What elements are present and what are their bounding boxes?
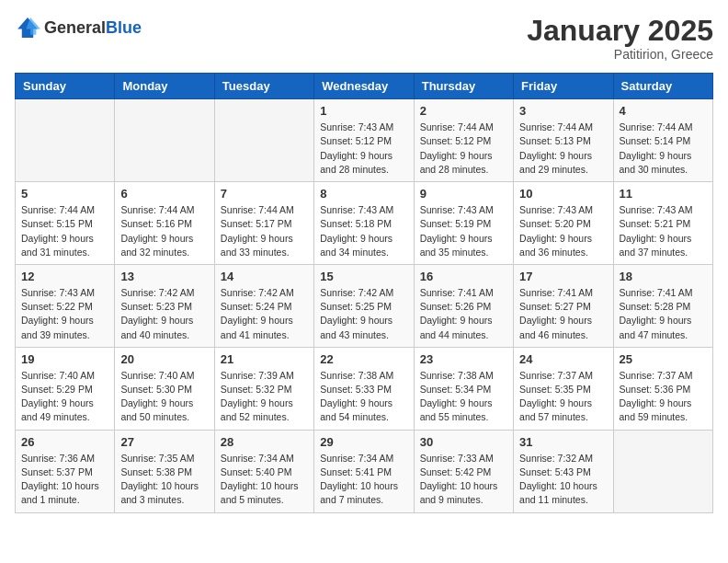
cell-content: Sunrise: 7:38 AM Sunset: 5:33 PM Dayligh… bbox=[320, 369, 407, 425]
day-number: 5 bbox=[21, 187, 108, 201]
calendar-cell: 11Sunrise: 7:43 AM Sunset: 5:21 PM Dayli… bbox=[613, 182, 712, 265]
day-number: 18 bbox=[620, 270, 707, 283]
calendar-cell: 6Sunrise: 7:44 AM Sunset: 5:16 PM Daylig… bbox=[115, 182, 214, 265]
weekday-friday: Friday bbox=[514, 74, 613, 99]
cell-content: Sunrise: 7:41 AM Sunset: 5:26 PM Dayligh… bbox=[420, 286, 507, 342]
cell-content: Sunrise: 7:44 AM Sunset: 5:13 PM Dayligh… bbox=[519, 121, 607, 177]
day-number: 25 bbox=[620, 352, 707, 366]
day-number: 29 bbox=[320, 435, 407, 449]
cell-content: Sunrise: 7:37 AM Sunset: 5:35 PM Dayligh… bbox=[519, 369, 607, 425]
calendar-cell: 28Sunrise: 7:34 AM Sunset: 5:40 PM Dayli… bbox=[214, 430, 313, 512]
month-title: January 2025 bbox=[527, 15, 713, 47]
calendar-cell: 31Sunrise: 7:32 AM Sunset: 5:43 PM Dayli… bbox=[514, 430, 613, 512]
day-number: 10 bbox=[519, 187, 607, 201]
day-number: 12 bbox=[21, 270, 108, 283]
weekday-sunday: Sunday bbox=[16, 74, 115, 99]
cell-content: Sunrise: 7:34 AM Sunset: 5:40 PM Dayligh… bbox=[221, 452, 308, 508]
day-number: 24 bbox=[519, 352, 607, 366]
day-number: 28 bbox=[221, 435, 308, 449]
calendar-body: 1Sunrise: 7:43 AM Sunset: 5:12 PM Daylig… bbox=[16, 99, 713, 512]
cell-content: Sunrise: 7:32 AM Sunset: 5:43 PM Dayligh… bbox=[519, 452, 607, 508]
day-number: 23 bbox=[420, 352, 507, 366]
cell-content: Sunrise: 7:43 AM Sunset: 5:18 PM Dayligh… bbox=[320, 203, 407, 259]
weekday-thursday: Thursday bbox=[414, 74, 513, 99]
calendar-cell: 30Sunrise: 7:33 AM Sunset: 5:42 PM Dayli… bbox=[414, 430, 513, 512]
calendar-cell: 29Sunrise: 7:34 AM Sunset: 5:41 PM Dayli… bbox=[314, 430, 414, 512]
calendar-header: SundayMondayTuesdayWednesdayThursdayFrid… bbox=[16, 74, 713, 99]
day-number: 2 bbox=[420, 104, 507, 118]
calendar-cell: 12Sunrise: 7:43 AM Sunset: 5:22 PM Dayli… bbox=[16, 264, 115, 347]
calendar: SundayMondayTuesdayWednesdayThursdayFrid… bbox=[15, 73, 713, 512]
cell-content: Sunrise: 7:36 AM Sunset: 5:37 PM Dayligh… bbox=[21, 452, 108, 508]
cell-content: Sunrise: 7:44 AM Sunset: 5:16 PM Dayligh… bbox=[120, 203, 208, 259]
cell-content: Sunrise: 7:44 AM Sunset: 5:12 PM Dayligh… bbox=[420, 121, 507, 177]
day-number: 6 bbox=[120, 187, 208, 201]
day-number: 15 bbox=[320, 270, 407, 283]
day-number: 20 bbox=[120, 352, 208, 366]
week-row-3: 12Sunrise: 7:43 AM Sunset: 5:22 PM Dayli… bbox=[16, 264, 713, 347]
cell-content: Sunrise: 7:44 AM Sunset: 5:14 PM Dayligh… bbox=[620, 121, 707, 177]
cell-content: Sunrise: 7:43 AM Sunset: 5:19 PM Dayligh… bbox=[420, 203, 507, 259]
day-number: 9 bbox=[420, 187, 507, 201]
title-area: January 2025 Patitirion, Greece bbox=[527, 15, 713, 62]
calendar-cell: 13Sunrise: 7:42 AM Sunset: 5:23 PM Dayli… bbox=[115, 264, 214, 347]
calendar-cell: 22Sunrise: 7:38 AM Sunset: 5:33 PM Dayli… bbox=[314, 347, 414, 430]
weekday-monday: Monday bbox=[115, 74, 214, 99]
day-number: 16 bbox=[420, 270, 507, 283]
calendar-cell: 7Sunrise: 7:44 AM Sunset: 5:17 PM Daylig… bbox=[214, 182, 313, 265]
calendar-cell: 16Sunrise: 7:41 AM Sunset: 5:26 PM Dayli… bbox=[414, 264, 513, 347]
cell-content: Sunrise: 7:38 AM Sunset: 5:34 PM Dayligh… bbox=[420, 369, 507, 425]
cell-content: Sunrise: 7:43 AM Sunset: 5:12 PM Dayligh… bbox=[320, 121, 407, 177]
day-number: 30 bbox=[420, 435, 507, 449]
cell-content: Sunrise: 7:42 AM Sunset: 5:23 PM Dayligh… bbox=[120, 286, 208, 342]
day-number: 7 bbox=[221, 187, 308, 201]
calendar-cell bbox=[214, 99, 313, 182]
page-header: GeneralBlue January 2025 Patitirion, Gre… bbox=[15, 15, 713, 62]
location: Patitirion, Greece bbox=[527, 47, 713, 62]
calendar-cell: 17Sunrise: 7:41 AM Sunset: 5:27 PM Dayli… bbox=[514, 264, 613, 347]
calendar-cell: 8Sunrise: 7:43 AM Sunset: 5:18 PM Daylig… bbox=[314, 182, 414, 265]
week-row-4: 19Sunrise: 7:40 AM Sunset: 5:29 PM Dayli… bbox=[16, 347, 713, 430]
calendar-cell: 10Sunrise: 7:43 AM Sunset: 5:20 PM Dayli… bbox=[514, 182, 613, 265]
calendar-cell: 14Sunrise: 7:42 AM Sunset: 5:24 PM Dayli… bbox=[214, 264, 313, 347]
calendar-cell bbox=[115, 99, 214, 182]
cell-content: Sunrise: 7:43 AM Sunset: 5:22 PM Dayligh… bbox=[21, 286, 108, 342]
day-number: 14 bbox=[221, 270, 308, 283]
calendar-cell: 26Sunrise: 7:36 AM Sunset: 5:37 PM Dayli… bbox=[16, 430, 115, 512]
logo-general: GeneralBlue bbox=[44, 19, 142, 37]
calendar-cell: 21Sunrise: 7:39 AM Sunset: 5:32 PM Dayli… bbox=[214, 347, 313, 430]
calendar-cell: 2Sunrise: 7:44 AM Sunset: 5:12 PM Daylig… bbox=[414, 99, 513, 182]
day-number: 31 bbox=[519, 435, 607, 449]
calendar-cell: 25Sunrise: 7:37 AM Sunset: 5:36 PM Dayli… bbox=[613, 347, 712, 430]
calendar-cell: 3Sunrise: 7:44 AM Sunset: 5:13 PM Daylig… bbox=[514, 99, 613, 182]
cell-content: Sunrise: 7:41 AM Sunset: 5:28 PM Dayligh… bbox=[620, 286, 707, 342]
day-number: 8 bbox=[320, 187, 407, 201]
cell-content: Sunrise: 7:42 AM Sunset: 5:25 PM Dayligh… bbox=[320, 286, 407, 342]
calendar-cell: 1Sunrise: 7:43 AM Sunset: 5:12 PM Daylig… bbox=[314, 99, 414, 182]
cell-content: Sunrise: 7:34 AM Sunset: 5:41 PM Dayligh… bbox=[320, 452, 407, 508]
calendar-cell: 27Sunrise: 7:35 AM Sunset: 5:38 PM Dayli… bbox=[115, 430, 214, 512]
cell-content: Sunrise: 7:43 AM Sunset: 5:21 PM Dayligh… bbox=[620, 203, 707, 259]
calendar-cell: 18Sunrise: 7:41 AM Sunset: 5:28 PM Dayli… bbox=[613, 264, 712, 347]
calendar-cell: 19Sunrise: 7:40 AM Sunset: 5:29 PM Dayli… bbox=[16, 347, 115, 430]
cell-content: Sunrise: 7:42 AM Sunset: 5:24 PM Dayligh… bbox=[221, 286, 308, 342]
cell-content: Sunrise: 7:33 AM Sunset: 5:42 PM Dayligh… bbox=[420, 452, 507, 508]
day-number: 3 bbox=[519, 104, 607, 118]
calendar-cell: 5Sunrise: 7:44 AM Sunset: 5:15 PM Daylig… bbox=[16, 182, 115, 265]
week-row-5: 26Sunrise: 7:36 AM Sunset: 5:37 PM Dayli… bbox=[16, 430, 713, 512]
logo: GeneralBlue bbox=[15, 15, 142, 40]
day-number: 26 bbox=[21, 435, 108, 449]
cell-content: Sunrise: 7:41 AM Sunset: 5:27 PM Dayligh… bbox=[519, 286, 607, 342]
weekday-tuesday: Tuesday bbox=[214, 74, 313, 99]
cell-content: Sunrise: 7:44 AM Sunset: 5:15 PM Dayligh… bbox=[21, 203, 108, 259]
day-number: 17 bbox=[519, 270, 607, 283]
cell-content: Sunrise: 7:40 AM Sunset: 5:29 PM Dayligh… bbox=[21, 369, 108, 425]
day-number: 11 bbox=[620, 187, 707, 201]
week-row-1: 1Sunrise: 7:43 AM Sunset: 5:12 PM Daylig… bbox=[16, 99, 713, 182]
cell-content: Sunrise: 7:35 AM Sunset: 5:38 PM Dayligh… bbox=[120, 452, 208, 508]
calendar-cell: 4Sunrise: 7:44 AM Sunset: 5:14 PM Daylig… bbox=[613, 99, 712, 182]
day-number: 27 bbox=[120, 435, 208, 449]
logo-icon bbox=[15, 15, 40, 40]
week-row-2: 5Sunrise: 7:44 AM Sunset: 5:15 PM Daylig… bbox=[16, 182, 713, 265]
day-number: 21 bbox=[221, 352, 308, 366]
